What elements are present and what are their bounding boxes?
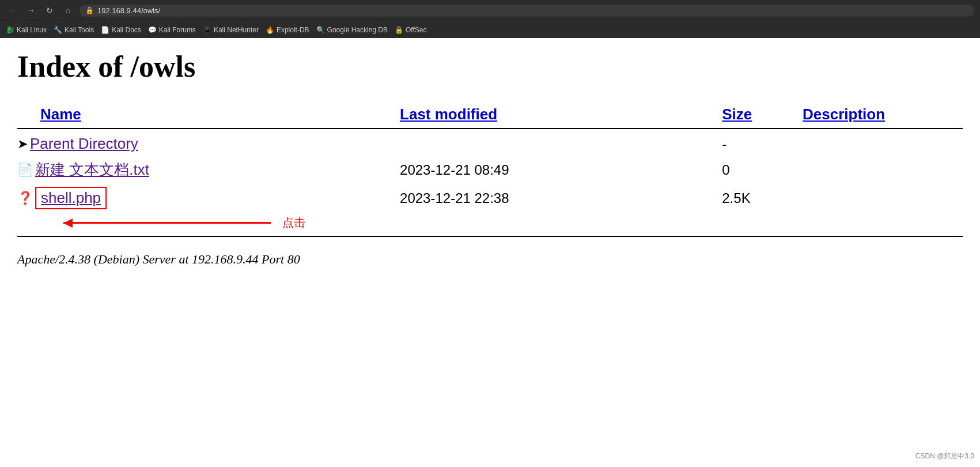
- table-row: 📄 新建 文本文档.txt 2023-12-21 08:49 0: [17, 156, 963, 183]
- file1-link[interactable]: 新建 文本文档.txt: [35, 160, 149, 180]
- bookmarks-bar: 🐉 Kali Linux 🔧 Kali Tools 📄 Kali Docs 💬 …: [0, 21, 980, 38]
- file1-cell: 📄 新建 文本文档.txt: [17, 156, 400, 183]
- file-listing-table: Name Last modified Size Description ➤ Pa…: [17, 101, 963, 240]
- shell-php-link[interactable]: shell.php: [41, 189, 101, 206]
- col-header-name[interactable]: Name: [17, 101, 400, 129]
- parent-dir-desc: [803, 131, 963, 156]
- bookmark-kali-nethunter[interactable]: 📱 Kali NetHunter: [203, 26, 259, 34]
- home-button[interactable]: ⌂: [61, 3, 75, 17]
- table-row: ❓ shell.php 2023-12-21 22:38 2.5K: [17, 183, 963, 213]
- page-footer: Apache/2.4.38 (Debian) Server at 192.168…: [17, 252, 963, 267]
- col-header-modified[interactable]: Last modified: [400, 101, 722, 129]
- parent-dir-modified: [400, 131, 722, 156]
- bookmark-kali-docs[interactable]: 📄 Kali Docs: [101, 26, 141, 34]
- bookmark-offsec[interactable]: 🔒 OffSec: [395, 26, 426, 34]
- shell-php-cell: ❓ shell.php: [17, 183, 400, 213]
- table-row: ➤ Parent Directory -: [17, 131, 963, 156]
- col-header-size[interactable]: Size: [722, 101, 803, 129]
- back-button[interactable]: ←: [6, 3, 20, 17]
- annotation-row: 点击: [17, 213, 963, 232]
- annotation-arrow: [63, 222, 271, 224]
- parent-dir-cell: ➤ Parent Directory: [17, 131, 400, 156]
- page-title: Index of /owls: [17, 50, 963, 84]
- refresh-button[interactable]: ↻: [43, 3, 56, 17]
- security-icon: 🔒: [85, 6, 94, 14]
- file1-modified: 2023-12-21 08:49: [400, 156, 722, 183]
- bookmark-kali-linux[interactable]: 🐉 Kali Linux: [6, 26, 47, 34]
- address-bar[interactable]: [97, 6, 968, 15]
- parent-dir-size: -: [722, 131, 803, 156]
- annotation-text: 点击: [282, 215, 305, 231]
- address-bar-container: 🔒: [80, 5, 974, 17]
- bookmark-exploit-db[interactable]: 🔥 Exploit-DB: [266, 26, 309, 34]
- file1-size: 0: [722, 156, 803, 183]
- browser-chrome: ← → ↻ ⌂ 🔒 🐉 Kali Linux 🔧 Kali Tools 📄 Ka…: [0, 0, 980, 38]
- browser-titlebar: ← → ↻ ⌂ 🔒: [0, 0, 980, 21]
- shell-php-modified: 2023-12-21 22:38: [400, 183, 722, 213]
- arrow-container: 点击: [17, 214, 963, 231]
- bookmark-kali-forums[interactable]: 💬 Kali Forums: [148, 26, 196, 34]
- col-header-description[interactable]: Description: [803, 101, 963, 129]
- file1-icon: 📄: [17, 163, 33, 178]
- shell-php-highlight-box: shell.php: [35, 187, 107, 209]
- page-content: Index of /owls Name Last modified Size D…: [0, 38, 980, 430]
- shell-php-icon: ❓: [17, 191, 33, 206]
- parent-dir-link[interactable]: Parent Directory: [30, 135, 138, 153]
- bookmark-kali-tools[interactable]: 🔧 Kali Tools: [54, 26, 94, 34]
- file1-desc: [803, 156, 963, 183]
- table-header-row: Name Last modified Size Description: [17, 101, 963, 129]
- shell-php-size: 2.5K: [722, 183, 803, 213]
- bookmark-google-hacking[interactable]: 🔍 Google Hacking DB: [316, 26, 388, 34]
- separator-bottom: [17, 232, 963, 240]
- parent-dir-icon: ➤: [17, 137, 28, 152]
- forward-button[interactable]: →: [24, 3, 38, 17]
- annotation-cell: 点击: [17, 213, 963, 232]
- shell-php-desc: [803, 183, 963, 213]
